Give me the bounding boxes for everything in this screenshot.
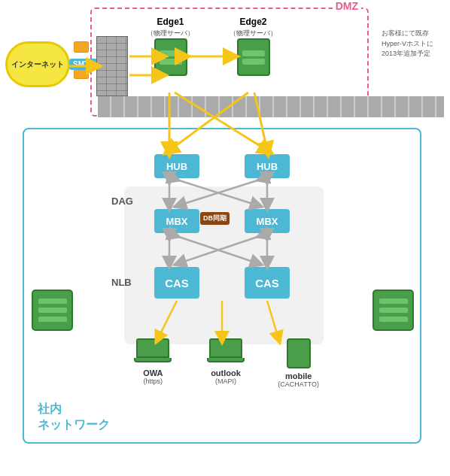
db-sync-label: DB同期 <box>200 212 230 225</box>
hub2-box: HUB <box>245 154 290 178</box>
outlook-label: outlook <box>211 368 241 377</box>
side-server-right <box>372 290 414 331</box>
owa-laptop-icon <box>134 338 172 365</box>
cas2-box: CAS <box>245 267 290 299</box>
right-server-icon <box>372 290 414 331</box>
edge2-icon <box>237 38 270 76</box>
left-server-icon <box>32 290 73 331</box>
smtp-area: SMTP <box>69 59 98 70</box>
client-area: OWA (https) outlook (MAPI) mobile (CACHA… <box>117 338 335 388</box>
owa-label: OWA <box>143 368 163 377</box>
client-mobile: mobile (CACHATTO) <box>269 338 329 388</box>
edge2-server: Edge2 （物理サーバ） <box>230 17 277 76</box>
internet-label: インターネット <box>11 59 64 70</box>
internal-network-label: 社内 ネットワーク <box>38 402 110 433</box>
hub1-box: HUB <box>154 154 199 178</box>
edge2-sublabel: （物理サーバ） <box>230 29 277 38</box>
owa-sublabel: (https) <box>144 377 163 385</box>
dmz-label: DMZ <box>333 0 361 12</box>
client-outlook: outlook (MAPI) <box>196 338 256 388</box>
mobile-label: mobile <box>285 371 312 380</box>
internet-cloud: インターネット <box>8 44 68 89</box>
outlook-sublabel: (MAPI) <box>215 377 236 385</box>
smtp-label: SMTP <box>69 59 98 70</box>
mobile-tablet-icon <box>287 338 311 368</box>
firewall <box>96 36 128 96</box>
edge1-label: Edge1 <box>157 17 184 27</box>
dag-label: DAG <box>111 196 133 207</box>
nlb-label: NLB <box>111 277 132 288</box>
side-server-left <box>32 290 73 331</box>
dmz-note: お客様にて既存Hyper-Vホストに2013年追加予定 <box>382 29 433 59</box>
dmz-separator <box>98 96 444 117</box>
mbx1-box: MBX <box>154 209 199 233</box>
outlook-laptop-icon <box>207 338 245 365</box>
mobile-sublabel: (CACHATTO) <box>278 380 319 388</box>
main-container: DMZ 社内 ネットワーク インターネット SMTP Edge1 （物理サーバ）… <box>0 0 450 476</box>
edge1-icon <box>154 38 187 76</box>
edge1-sublabel: （物理サーバ） <box>147 29 194 38</box>
mbx2-box: MBX <box>245 209 290 233</box>
edge2-label: Edge2 <box>239 17 266 27</box>
mail-icon-1 <box>74 41 89 53</box>
client-owa: OWA (https) <box>123 338 183 388</box>
cloud-shape: インターネット <box>8 44 68 85</box>
cas1-box: CAS <box>154 267 199 299</box>
edge1-server: Edge1 （物理サーバ） <box>147 17 194 76</box>
